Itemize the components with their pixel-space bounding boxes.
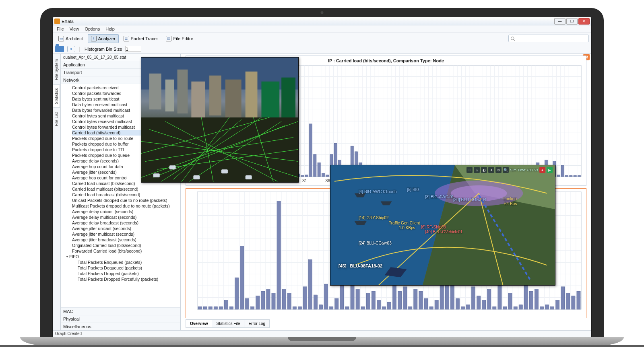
vtab-statistics[interactable]: Statistics (53, 84, 60, 108)
open-folder-icon[interactable] (55, 46, 64, 52)
search-field[interactable] (515, 36, 587, 41)
svg-rect-292 (251, 306, 254, 309)
svg-rect-130 (305, 175, 308, 177)
window-titlebar: EXata — ❐ ✕ (53, 17, 591, 25)
close-window-button[interactable]: ✕ (578, 18, 590, 25)
metric-item[interactable]: Forwarded Carried load (bits/second) (72, 248, 180, 254)
metric-item[interactable]: Carried load multicast (bits/second) (72, 186, 180, 192)
metric-item[interactable]: Total Packets Dropped (packets) (72, 271, 180, 276)
ov-record-icon[interactable]: ● (539, 167, 545, 173)
histogram-bin-size-input[interactable] (125, 46, 141, 52)
fifo-header[interactable]: FIFO (66, 254, 180, 259)
svg-rect-324 (419, 291, 423, 309)
svg-rect-135 (326, 175, 329, 177)
cat-misc[interactable]: Miscellaneous (61, 323, 180, 330)
metric-item[interactable]: Average delay broadcast (seconds) (72, 220, 180, 226)
ov-home-icon[interactable]: ⌂ (474, 167, 480, 173)
svg-rect-356 (149, 74, 161, 109)
svg-rect-325 (424, 298, 428, 309)
ov-target-icon[interactable]: ✦ (488, 167, 494, 173)
mode-analyzer[interactable]: ⫲ Analyzer (88, 34, 119, 43)
left-tab-strip: File System Statistics File List (53, 54, 61, 330)
svg-rect-358 (178, 70, 188, 113)
overlay-city-sim (141, 57, 299, 183)
svg-rect-285 (214, 306, 217, 309)
svg-rect-321 (403, 286, 407, 309)
mode-architect[interactable]: ▭ Architect (55, 34, 86, 43)
svg-rect-297 (277, 201, 281, 309)
svg-rect-131 (310, 124, 312, 177)
metric-item[interactable]: Average jitter unicast (seconds) (72, 226, 180, 231)
svg-rect-357 (165, 80, 174, 111)
svg-rect-299 (287, 293, 291, 309)
mode-file-editor[interactable]: ▤ File Editor (163, 34, 196, 43)
ftab-overview[interactable]: Overview (186, 319, 212, 328)
search-input[interactable] (508, 35, 589, 42)
metric-item[interactable]: Multicast Packets dropped due to no rout… (72, 203, 180, 209)
svg-rect-283 (203, 306, 207, 309)
metric-item[interactable]: Originated Carried load (bits/second) (72, 243, 180, 248)
svg-rect-310 (345, 306, 349, 309)
metric-item[interactable]: Carried load broadcast (bits/second) (72, 192, 180, 197)
svg-rect-132 (314, 154, 316, 177)
svg-rect-351 (561, 286, 565, 309)
minimize-button[interactable]: — (554, 18, 566, 25)
svg-rect-305 (319, 304, 323, 309)
metric-item[interactable]: Average jitter multicast (seconds) (72, 231, 180, 237)
metric-item[interactable]: Unicast Packets dropped due to no route … (72, 197, 180, 203)
mode-packet-tracer[interactable]: ≣ Packet Tracer (120, 34, 161, 43)
clear-button[interactable]: x (67, 46, 75, 52)
metric-item[interactable]: Average delay unicast (seconds) (72, 209, 180, 214)
maximize-button[interactable]: ❐ (566, 18, 578, 25)
svg-rect-342 (514, 306, 517, 309)
svg-rect-364 (281, 78, 295, 117)
svg-rect-381 (169, 165, 176, 169)
menubar: File View Options Help (53, 25, 591, 33)
svg-rect-347 (540, 306, 543, 309)
ov-compass-icon[interactable]: ↻ (495, 167, 502, 173)
menu-view[interactable]: View (67, 26, 82, 32)
ov-selected-node: [45] BLU-08FA18-02 (339, 262, 382, 269)
ftab-error-log[interactable]: Error Log (244, 319, 270, 328)
svg-rect-360 (209, 76, 221, 115)
svg-rect-353 (572, 296, 575, 309)
svg-rect-191 (557, 175, 560, 177)
svg-rect-303 (308, 259, 312, 309)
mode-label: Analyzer (98, 36, 116, 41)
ftab-statistics-file[interactable]: Statistics File (212, 319, 244, 328)
cat-mac[interactable]: MAC (61, 307, 180, 315)
svg-rect-293 (256, 296, 260, 309)
metric-item[interactable]: Total Packets Dequeued (packets) (72, 265, 180, 271)
metric-item[interactable]: Total Packets Dropped Forcefully (packet… (72, 276, 180, 282)
svg-rect-317 (382, 306, 386, 309)
status-bar: Graph Created (53, 330, 591, 337)
laptop-base (20, 337, 624, 346)
ov-sim-time: Sim Time: 617.2s (510, 168, 538, 172)
ov-play-icon[interactable]: ▶ (547, 167, 553, 173)
ov-globe-icon[interactable]: ◐ (481, 167, 487, 173)
ov-search-icon[interactable]: 🔍 (503, 167, 509, 173)
menu-options[interactable]: Options (82, 26, 102, 32)
svg-rect-332 (461, 306, 464, 309)
svg-rect-327 (435, 300, 438, 309)
menu-help[interactable]: Help (103, 26, 117, 32)
svg-rect-304 (314, 295, 317, 309)
menu-file[interactable]: File (54, 26, 66, 32)
svg-rect-338 (493, 306, 496, 309)
svg-rect-341 (508, 293, 512, 309)
ov-pause-icon[interactable]: ⏸ (466, 167, 473, 173)
metric-item[interactable]: Average jitter broadcast (seconds) (72, 237, 180, 243)
metric-item[interactable]: Average delay multicast (seconds) (72, 214, 180, 220)
vtab-file-system[interactable]: File System (53, 56, 60, 84)
svg-rect-308 (335, 298, 339, 309)
mode-label: File Editor (173, 36, 193, 41)
vtab-file-list[interactable]: File List (53, 109, 60, 130)
metric-item[interactable]: Total Packets Enqueued (packets) (72, 259, 180, 265)
svg-rect-286 (219, 306, 223, 309)
svg-rect-296 (272, 293, 275, 309)
cat-physical[interactable]: Physical (61, 315, 180, 323)
svg-rect-362 (246, 72, 258, 117)
ov-node-label: Lookup (504, 197, 517, 201)
svg-rect-334 (472, 286, 475, 309)
svg-rect-301 (298, 306, 301, 309)
